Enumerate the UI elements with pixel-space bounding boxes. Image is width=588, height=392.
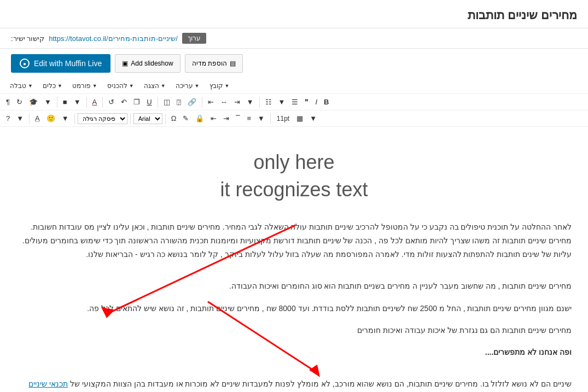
fullscreen-btn[interactable]: ❐ [131,96,143,108]
menu-item-format[interactable]: ▼ פורמט [68,80,102,91]
editor-area[interactable]: only here it recognizes text לאחר ההחלטה… [0,127,588,392]
font-color-btn2[interactable]: A [32,113,43,124]
separator [202,97,202,108]
page-title: מחירים שיניים תותבות [0,0,588,28]
paragraph-icon[interactable]: ¶ [3,96,13,108]
undo-icon[interactable]: ↻ [14,96,25,108]
more-btn[interactable]: ≡ [244,113,254,124]
list-dropdown-btn[interactable]: ▼ [276,96,288,108]
emoji-dropdown-btn[interactable]: ▼ [59,113,72,124]
emoji-btn[interactable]: 🙂 [44,113,58,124]
svg-marker-3 [309,365,320,377]
technician-link[interactable]: תכנאי שיניים [28,379,68,388]
chevron-icon: ▼ [28,83,33,89]
header-area: מחירים שיניים תותבות ערוך https://totavo… [0,0,588,127]
add-media-icon: ▤ [230,60,236,67]
font-size-value: 11pt [273,114,293,124]
bold-btn[interactable]: B [321,96,331,108]
chevron-icon: ▼ [57,83,62,89]
font-color-btn[interactable]: A [90,96,100,108]
editor-toolbar-2: ? ▼ A 🙂 ▼ פיסקה רגילה Arial Ω ✎ 🔒 ⇤ ⇥ ⎺ … [0,110,588,127]
content-paragraph-1: לאחר ההחלטה על תוכנית טיפולים בה נקבע כי… [16,220,572,262]
link-bar: ערוך https://totavot.co.il/שיניים-תותבות… [0,28,588,49]
page-wrapper: מחירים שיניים תותבות ערוך https://totavo… [0,0,588,392]
indent-left-btn[interactable]: ⇤ [208,113,219,124]
help-dropdown-btn[interactable]: ▼ [14,113,26,124]
separator [102,97,103,108]
special-char-btn[interactable]: ⍰ [174,96,184,108]
align-right-btn[interactable]: ⇥ [231,96,243,108]
separator [29,113,30,124]
menu-bar: ▼ קובץ ▼ עריכה ▼ הצגה ▼ להכניס ▼ פורמט ▼… [0,78,588,94]
arabic-edit-button[interactable]: ערוך [182,33,206,44]
blockquote-btn[interactable]: ❞ [302,96,311,108]
menu-label: להכניס [107,82,127,90]
content-paragraph-5: ופה אנחנו לא מתפשרים.... [16,346,572,359]
indent-right-btn[interactable]: ⇥ [220,113,232,124]
menu-item-tools[interactable]: ▼ כלים [38,80,67,91]
menu-item-file[interactable]: ▼ קובץ [205,80,234,91]
separator [259,97,260,108]
menu-item-edit[interactable]: ▼ עריכה [171,80,204,91]
align-dropdown-btn[interactable]: ▼ [244,96,257,108]
more-dropdown-btn[interactable]: ▼ [255,113,267,124]
font-family-select[interactable]: Arial [133,113,162,124]
menu-label: טבלה [10,82,26,90]
line-height-btn[interactable]: ▦ [294,113,306,124]
highlight-btn[interactable]: ✎ [180,113,191,124]
menu-label: עריכה [176,82,193,90]
separator [74,113,75,124]
strikethrough-btn[interactable]: ⎺ [233,113,243,124]
style-icon[interactable]: 🎓 [26,96,40,108]
separator [270,113,271,124]
list-ordered-btn[interactable]: ☷ [263,96,275,108]
list-unordered-btn[interactable]: ☰ [289,96,301,108]
separator [57,97,57,108]
chevron-icon: ▼ [195,83,200,89]
help-btn[interactable]: ? [3,113,13,124]
font-dropdown-btn[interactable]: ▼ [71,96,84,108]
table-btn[interactable]: ◫ [161,96,173,108]
menu-label: הצגה [144,82,159,90]
lock-btn[interactable]: 🔒 [193,113,207,124]
separator [86,97,87,108]
separator [158,97,158,108]
align-left-btn[interactable]: ⇤ [205,96,217,108]
chevron-icon: ▼ [92,83,97,89]
undo-btn[interactable]: ↶ [118,96,130,108]
font-btn[interactable]: ■ [60,96,70,108]
chevron-icon: ▼ [225,83,230,89]
align-center-btn[interactable]: ↔ [218,96,230,108]
muffin-live-button[interactable]: Edit with Muffin Live ● [11,54,110,73]
only-here-annotation: only here it recognizes text [16,149,572,204]
line-height-dropdown-btn[interactable]: ▼ [307,113,319,124]
content-paragraph-3: ישנם מגוון מחירים שיניים תותבות , החל מ … [16,302,572,315]
link-btn[interactable]: 🔗 [185,96,199,108]
add-media-button[interactable]: ▤ הוספת מדיה [185,54,243,73]
style-dropdown-btn[interactable]: ▼ [42,96,54,108]
chevron-icon: ▼ [129,83,134,89]
menu-label: כלים [43,82,56,90]
separator [130,113,131,124]
redo-btn[interactable]: ↺ [106,96,117,108]
menu-label: פורמט [72,82,91,90]
link-bar-inner: ערוך https://totavot.co.il/שיניים-תותבות… [11,33,206,44]
chevron-icon: ▼ [161,83,166,89]
menu-item-insert[interactable]: ▼ להכניס [103,80,138,91]
italic-btn[interactable]: I [312,96,320,108]
edit-btn-container: ▤ הוספת מדיה Add slideshow ▣ Edit with M… [0,49,588,78]
content-paragraph-2: מחירים שיניים תותבות , מה שחשוב מעבר לענ… [16,279,572,293]
menu-item-view[interactable]: ▼ הצגה [139,80,170,91]
paragraph-style-select[interactable]: פיסקה רגילה [78,113,127,124]
menu-label: קובץ [209,82,223,90]
special-chars-btn[interactable]: Ω [168,113,179,124]
content-paragraph-4: מחירים שיניים תותבות הם גם נגזרת של איכו… [16,324,572,337]
underline-btn[interactable]: U [144,96,154,108]
menu-item-table[interactable]: ▼ טבלה [5,80,37,91]
add-slideshow-button[interactable]: Add slideshow ▣ [115,54,180,73]
link-value: https://totavot.co.il/שיניים-תותבות-מחיר… [49,34,178,43]
slideshow-icon: ▣ [122,60,128,67]
media-buttons-row: ▤ הוספת מדיה Add slideshow ▣ Edit with M… [11,54,243,73]
editor-toolbar-1: ¶ ↻ 🎓 ▼ ■ ▼ A ↺ ↶ ❐ U ◫ ⍰ 🔗 ⇤ ↔ ⇥ ▼ ☷ ▼ [0,94,588,110]
link-label: קישור ישיר: [11,34,44,43]
